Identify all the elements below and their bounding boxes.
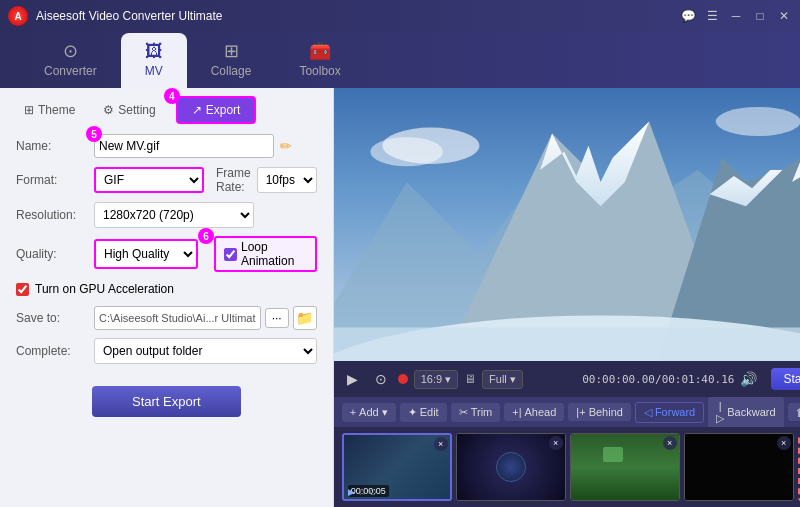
filmstrip-thumb-1[interactable]: ▶ 00:00:05 ▶ ☆ ⊙ ×: [342, 433, 452, 501]
tab-export[interactable]: ↗ Export: [176, 96, 257, 124]
framerate-select[interactable]: 10fps 15fps 24fps 30fps: [257, 167, 317, 193]
filmstrip: ▶ 00:00:05 ▶ ☆ ⊙ × ▶ ×: [334, 427, 800, 507]
svg-point-11: [715, 107, 800, 136]
maximize-button[interactable]: □: [752, 8, 768, 24]
loop-animation-checkbox[interactable]: [224, 248, 237, 261]
app-logo: A: [8, 6, 28, 26]
tab-theme[interactable]: ⊞ Theme: [12, 98, 87, 122]
name-row: Name: 5 ✏: [16, 134, 317, 158]
step-4-badge: 4: [164, 88, 180, 104]
close-button[interactable]: ✕: [776, 8, 792, 24]
play-button[interactable]: ▶: [342, 368, 364, 390]
saveto-folder-button[interactable]: 📁: [293, 306, 317, 330]
step-5-badge: 5: [86, 126, 102, 142]
monitor-mode-selector[interactable]: Full ▾: [482, 370, 523, 389]
thumb-1-tag-icon: ⊙: [369, 487, 377, 497]
bottom-toolbar: + Add ▾ ✦ Edit ✂ Trim +| Ahead |+ Behind…: [334, 397, 800, 427]
right-panel: Aiseesoft ▶ ⊙ 16:9 ▾ 🖥 Full ▾ 00:00:00.0…: [334, 88, 800, 507]
thumb-2-close[interactable]: ×: [549, 436, 563, 450]
name-input[interactable]: [94, 134, 274, 158]
edit-icon[interactable]: ✏: [280, 138, 292, 154]
framerate-label: Frame Rate:: [216, 166, 251, 194]
backward-icon: |▷: [716, 400, 724, 425]
filmstrip-thumb-2[interactable]: ▶ ×: [456, 433, 566, 501]
thumb-1-star-icon: ☆: [358, 487, 366, 497]
start-export-button[interactable]: Start Export: [771, 368, 800, 390]
thumb-3-close[interactable]: ×: [663, 436, 677, 450]
resolution-row: Resolution: 1280x720 (720p) 1920x1080 (1…: [16, 202, 317, 228]
trash-icon: 🗑: [796, 406, 800, 418]
chevron-down-icon: ▾: [445, 373, 451, 386]
loop-animation-label[interactable]: Loop Animation: [214, 236, 317, 272]
preview-scene: Aiseesoft: [334, 88, 800, 361]
tab-toolbox[interactable]: 🧰 Toolbox: [275, 32, 364, 88]
converter-icon: ⊙: [63, 40, 78, 62]
main-navigation: ⊙ Converter 🖼 MV ⊞ Collage 🧰 Toolbox: [0, 32, 800, 88]
thumb-4-close[interactable]: ×: [777, 436, 791, 450]
saveto-more-button[interactable]: ···: [265, 308, 289, 328]
tab-mv[interactable]: 🖼 MV: [121, 33, 187, 88]
tab-collage[interactable]: ⊞ Collage: [187, 32, 276, 88]
aspect-ratio-selector[interactable]: 16:9 ▾: [414, 370, 458, 389]
record-indicator: [398, 374, 408, 384]
time-display: 00:00:00.00/00:01:40.16: [582, 373, 734, 386]
tab-setting[interactable]: ⚙ Setting: [91, 98, 167, 122]
complete-label: Complete:: [16, 344, 86, 358]
behind-button[interactable]: |+ Behind: [568, 403, 631, 421]
mv-icon: 🖼: [145, 41, 163, 62]
gpu-label[interactable]: Turn on GPU Acceleration: [16, 282, 174, 296]
empty-button[interactable]: 🗑 Empty: [788, 403, 800, 421]
minimize-button[interactable]: ─: [728, 8, 744, 24]
gpu-row: Turn on GPU Acceleration: [16, 280, 317, 298]
snapshot-button[interactable]: ⊙: [370, 368, 392, 390]
saveto-row: Save to: ··· 📁: [16, 306, 317, 330]
menu-icon[interactable]: ☰: [704, 8, 720, 24]
gpu-checkbox[interactable]: [16, 283, 29, 296]
quality-row: Quality: High Quality Medium Quality Low…: [16, 236, 317, 272]
collage-icon: ⊞: [224, 40, 239, 62]
thumb-1-close[interactable]: ×: [434, 437, 448, 451]
complete-select[interactable]: Open output folder Do nothing Shut down: [94, 338, 317, 364]
edit-button[interactable]: ✦ Edit: [400, 403, 447, 422]
add-button[interactable]: + Add ▾: [342, 403, 396, 422]
svg-point-10: [370, 137, 443, 166]
format-select[interactable]: GIF MP4 MOV AVI: [94, 167, 204, 193]
window-controls: 💬 ☰ ─ □ ✕: [680, 8, 792, 24]
toolbox-icon: 🧰: [309, 40, 331, 62]
chevron-down-icon-2: ▾: [510, 373, 516, 386]
quality-select[interactable]: High Quality Medium Quality Low Quality: [96, 241, 196, 267]
svg-rect-8: [334, 327, 800, 361]
scissors-icon: ✂: [459, 406, 468, 419]
backward-button[interactable]: |▷ Backward: [708, 397, 783, 428]
saveto-path-input[interactable]: [94, 306, 261, 330]
quality-select-wrap: High Quality Medium Quality Low Quality: [94, 239, 198, 269]
monitor-icon: 🖥: [464, 372, 476, 386]
mountain-svg: [334, 88, 800, 361]
tab-converter[interactable]: ⊙ Converter: [20, 32, 121, 88]
framerate-row: Frame Rate: 10fps 15fps 24fps 30fps: [216, 166, 317, 194]
main-content: ⊞ Theme ⚙ Setting 4 ↗ Export Name: 5: [0, 88, 800, 507]
forward-button[interactable]: ◁ Forward: [635, 402, 704, 423]
behind-icon: |+: [576, 406, 585, 418]
resolution-select[interactable]: 1280x720 (720p) 1920x1080 (1080p) 640x48…: [94, 202, 254, 228]
complete-row: Complete: Open output folder Do nothing …: [16, 338, 317, 364]
video-preview: Aiseesoft: [334, 88, 800, 361]
volume-icon[interactable]: 🔊: [740, 371, 757, 387]
filmstrip-thumb-4[interactable]: ▶ ×: [684, 433, 794, 501]
app-title: Aiseesoft Video Converter Ultimate: [36, 9, 680, 23]
export-icon: ↗: [192, 103, 202, 117]
ahead-button[interactable]: +| Ahead: [504, 403, 564, 421]
filmstrip-thumb-3[interactable]: ▶ ×: [570, 433, 680, 501]
plus-icon: +: [350, 406, 356, 418]
start-export-main-button[interactable]: Start Export: [92, 386, 241, 417]
export-form: Name: 5 ✏ Format: GIF MP4 MOV AVI: [0, 124, 333, 374]
ahead-icon: +|: [512, 406, 521, 418]
step-6-badge: 6: [198, 228, 214, 244]
edit-icon-toolbar: ✦: [408, 406, 417, 419]
forward-icon: ◁: [644, 406, 652, 419]
saveto-label: Save to:: [16, 311, 86, 325]
resolution-label: Resolution:: [16, 208, 86, 222]
chat-icon[interactable]: 💬: [680, 8, 696, 24]
trim-button[interactable]: ✂ Trim: [451, 403, 501, 422]
quality-label: Quality:: [16, 247, 86, 261]
